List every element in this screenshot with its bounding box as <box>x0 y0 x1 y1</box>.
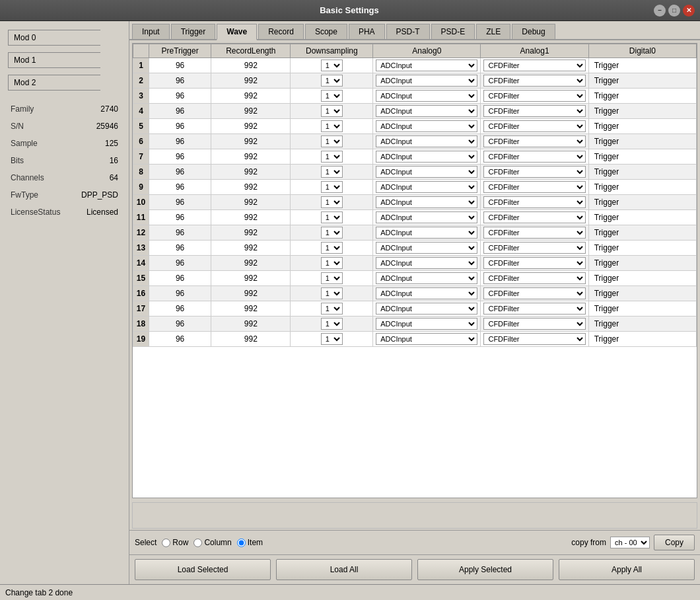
analog1-select[interactable]: ADCInputCFDFilterTrigger <box>483 75 585 87</box>
cell-downsampling[interactable]: 1248 <box>291 104 373 119</box>
settings-table-container[interactable]: PreTrigger RecordLength Downsampling Ana… <box>132 43 697 498</box>
downsampling-select[interactable]: 1248 <box>321 151 343 163</box>
cell-analog1[interactable]: ADCInputCFDFilterTrigger <box>481 271 588 286</box>
cell-pretrigger[interactable]: 96 <box>149 180 211 195</box>
cell-downsampling[interactable]: 1248 <box>291 165 373 180</box>
sidebar-item-mod1[interactable]: Mod 1 <box>0 49 129 71</box>
analog1-select[interactable]: ADCInputCFDFilterTrigger <box>483 120 585 132</box>
cell-analog0[interactable]: ADCInputCFDFilterTrigger <box>373 89 481 104</box>
analog0-select[interactable]: ADCInputCFDFilterTrigger <box>376 242 477 254</box>
cell-pretrigger[interactable]: 96 <box>149 210 211 225</box>
cell-pretrigger[interactable]: 96 <box>149 134 211 149</box>
maximize-button[interactable]: □ <box>668 5 680 17</box>
cell-analog0[interactable]: ADCInputCFDFilterTrigger <box>373 225 481 241</box>
cell-analog1[interactable]: ADCInputCFDFilterTrigger <box>481 332 588 347</box>
analog1-select[interactable]: ADCInputCFDFilterTrigger <box>483 242 585 254</box>
cell-analog0[interactable]: ADCInputCFDFilterTrigger <box>373 241 481 256</box>
sidebar-item-mod0[interactable]: Mod 0 <box>0 26 129 49</box>
cell-analog1[interactable]: ADCInputCFDFilterTrigger <box>481 58 588 73</box>
tab-wave[interactable]: Wave <box>217 24 257 40</box>
cell-downsampling[interactable]: 1248 <box>291 332 373 347</box>
analog1-select[interactable]: ADCInputCFDFilterTrigger <box>483 211 585 223</box>
cell-recordlength[interactable]: 992 <box>211 256 291 271</box>
cell-analog0[interactable]: ADCInputCFDFilterTrigger <box>373 134 481 149</box>
analog0-select[interactable]: ADCInputCFDFilterTrigger <box>376 272 477 284</box>
cell-pretrigger[interactable]: 96 <box>149 332 211 347</box>
cell-analog1[interactable]: ADCInputCFDFilterTrigger <box>481 165 588 180</box>
analog0-select[interactable]: ADCInputCFDFilterTrigger <box>376 227 477 239</box>
analog1-select[interactable]: ADCInputCFDFilterTrigger <box>483 257 585 269</box>
analog0-select[interactable]: ADCInputCFDFilterTrigger <box>376 318 477 330</box>
cell-analog1[interactable]: ADCInputCFDFilterTrigger <box>481 286 588 301</box>
cell-recordlength[interactable]: 992 <box>211 119 291 134</box>
cell-pretrigger[interactable]: 96 <box>149 195 211 210</box>
analog1-select[interactable]: ADCInputCFDFilterTrigger <box>483 59 585 71</box>
cell-recordlength[interactable]: 992 <box>211 89 291 104</box>
analog1-select[interactable]: ADCInputCFDFilterTrigger <box>483 318 585 330</box>
cell-pretrigger[interactable]: 96 <box>149 241 211 256</box>
cell-recordlength[interactable]: 992 <box>211 241 291 256</box>
downsampling-select[interactable]: 1248 <box>321 105 343 117</box>
analog0-select[interactable]: ADCInputCFDFilterTrigger <box>376 181 477 193</box>
load-selected-button[interactable]: Load Selected <box>135 559 271 580</box>
tab-psd-t[interactable]: PSD-T <box>386 24 430 39</box>
cell-downsampling[interactable]: 1248 <box>291 301 373 317</box>
cell-analog0[interactable]: ADCInputCFDFilterTrigger <box>373 210 481 225</box>
downsampling-select[interactable]: 1248 <box>321 257 343 269</box>
downsampling-select[interactable]: 1248 <box>321 211 343 223</box>
apply-selected-button[interactable]: Apply Selected <box>417 559 553 580</box>
analog1-select[interactable]: ADCInputCFDFilterTrigger <box>483 333 585 345</box>
cell-recordlength[interactable]: 992 <box>211 317 291 332</box>
cell-downsampling[interactable]: 1248 <box>291 195 373 210</box>
close-button[interactable]: ✕ <box>683 5 695 17</box>
cell-pretrigger[interactable]: 96 <box>149 73 211 89</box>
cell-analog0[interactable]: ADCInputCFDFilterTrigger <box>373 73 481 89</box>
cell-pretrigger[interactable]: 96 <box>149 271 211 286</box>
cell-recordlength[interactable]: 992 <box>211 104 291 119</box>
tab-scope[interactable]: Scope <box>305 24 347 39</box>
downsampling-select[interactable]: 1248 <box>321 242 343 254</box>
downsampling-select[interactable]: 1248 <box>321 59 343 71</box>
cell-downsampling[interactable]: 1248 <box>291 134 373 149</box>
analog1-select[interactable]: ADCInputCFDFilterTrigger <box>483 135 585 147</box>
copy-from-select[interactable]: ch - 00 ch - 01 ch - 02 ch - 03 <box>610 537 650 548</box>
cell-downsampling[interactable]: 1248 <box>291 73 373 89</box>
tab-zle[interactable]: ZLE <box>476 24 510 39</box>
cell-analog0[interactable]: ADCInputCFDFilterTrigger <box>373 149 481 165</box>
tab-input[interactable]: Input <box>132 24 170 39</box>
cell-downsampling[interactable]: 1248 <box>291 271 373 286</box>
cell-downsampling[interactable]: 1248 <box>291 58 373 73</box>
minimize-button[interactable]: – <box>654 5 666 17</box>
cell-pretrigger[interactable]: 96 <box>149 225 211 241</box>
cell-analog1[interactable]: ADCInputCFDFilterTrigger <box>481 149 588 165</box>
cell-analog1[interactable]: ADCInputCFDFilterTrigger <box>481 241 588 256</box>
analog0-select[interactable]: ADCInputCFDFilterTrigger <box>376 59 477 71</box>
analog0-select[interactable]: ADCInputCFDFilterTrigger <box>376 135 477 147</box>
cell-analog1[interactable]: ADCInputCFDFilterTrigger <box>481 210 588 225</box>
cell-analog1[interactable]: ADCInputCFDFilterTrigger <box>481 119 588 134</box>
cell-recordlength[interactable]: 992 <box>211 301 291 317</box>
sidebar-item-mod2[interactable]: Mod 2 <box>0 71 129 94</box>
analog0-select[interactable]: ADCInputCFDFilterTrigger <box>376 333 477 345</box>
cell-analog0[interactable]: ADCInputCFDFilterTrigger <box>373 301 481 317</box>
cell-recordlength[interactable]: 992 <box>211 286 291 301</box>
cell-recordlength[interactable]: 992 <box>211 225 291 241</box>
cell-downsampling[interactable]: 1248 <box>291 225 373 241</box>
cell-pretrigger[interactable]: 96 <box>149 119 211 134</box>
analog0-select[interactable]: ADCInputCFDFilterTrigger <box>376 196 477 208</box>
cell-analog1[interactable]: ADCInputCFDFilterTrigger <box>481 104 588 119</box>
column-radio[interactable] <box>193 539 202 547</box>
cell-analog0[interactable]: ADCInputCFDFilterTrigger <box>373 332 481 347</box>
cell-downsampling[interactable]: 1248 <box>291 149 373 165</box>
cell-downsampling[interactable]: 1248 <box>291 256 373 271</box>
cell-analog0[interactable]: ADCInputCFDFilterTrigger <box>373 165 481 180</box>
cell-analog0[interactable]: ADCInputCFDFilterTrigger <box>373 180 481 195</box>
cell-analog0[interactable]: ADCInputCFDFilterTrigger <box>373 58 481 73</box>
cell-analog1[interactable]: ADCInputCFDFilterTrigger <box>481 225 588 241</box>
analog1-select[interactable]: ADCInputCFDFilterTrigger <box>483 287 585 299</box>
downsampling-select[interactable]: 1248 <box>321 75 343 87</box>
downsampling-select[interactable]: 1248 <box>321 90 343 102</box>
cell-recordlength[interactable]: 992 <box>211 195 291 210</box>
cell-pretrigger[interactable]: 96 <box>149 149 211 165</box>
analog1-select[interactable]: ADCInputCFDFilterTrigger <box>483 227 585 239</box>
